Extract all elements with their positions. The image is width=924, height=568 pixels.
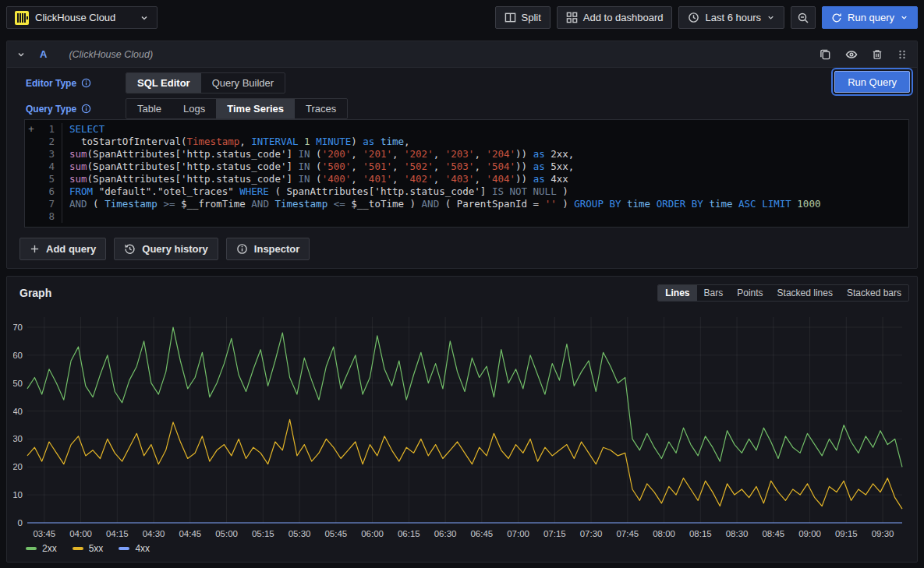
code-line: 2 toStartOfInterval(Timestamp, INTERVAL … — [25, 136, 908, 148]
code-line: 7AND ( Timestamp >= $__fromTime AND Time… — [25, 198, 908, 210]
svg-text:04:30: 04:30 — [143, 529, 165, 538]
info-icon[interactable] — [81, 104, 91, 114]
line-number: 8 — [37, 210, 55, 223]
svg-text:05:30: 05:30 — [289, 529, 311, 538]
code-line: +1SELECT — [25, 123, 908, 136]
svg-text:07:00: 07:00 — [507, 529, 529, 538]
top-bar-actions: Split Add to dashboard Last 6 hours Run … — [495, 6, 918, 29]
legend-swatch — [73, 547, 83, 550]
run-query-top-button[interactable]: Run query — [822, 6, 918, 29]
code-line: 6FROM "default"."otel_traces" WHERE ( Sp… — [25, 185, 908, 198]
svg-text:50: 50 — [13, 379, 23, 388]
line-number: 2 — [37, 136, 55, 148]
chevron-down-icon — [140, 13, 149, 23]
svg-text:05:15: 05:15 — [252, 529, 274, 538]
legend-swatch — [119, 547, 129, 550]
query-row-header[interactable]: A (ClickHouse Cloud) — [7, 41, 917, 68]
editor-type-label-wrap: Editor Type — [26, 78, 126, 89]
chevron-down-icon — [766, 13, 775, 22]
query-type-option-logs[interactable]: Logs — [172, 99, 216, 118]
datasource-picker[interactable]: ClickHouse Cloud — [6, 6, 158, 29]
collapse-chevron-icon[interactable] — [16, 50, 26, 59]
query-type-toggle: TableLogsTime SeriesTraces — [126, 98, 348, 119]
legend-swatch — [26, 547, 37, 550]
editor-type-toggle: SQL EditorQuery Builder — [126, 72, 285, 93]
code-line: 5sum(SpanAttributes['http.status_code'] … — [25, 173, 908, 185]
svg-text:04:00: 04:00 — [69, 529, 92, 538]
drag-handle-icon[interactable] — [897, 49, 908, 60]
graph-panel: Graph LinesBarsPointsStacked linesStacke… — [6, 276, 918, 563]
graph-style-option-lines[interactable]: Lines — [658, 285, 696, 301]
query-type-option-table[interactable]: Table — [126, 99, 172, 118]
toggle-visibility-eye-icon[interactable] — [845, 48, 858, 61]
svg-text:05:45: 05:45 — [324, 529, 347, 538]
graph-style-option-stacked-lines[interactable]: Stacked lines — [770, 285, 840, 301]
svg-text:06:30: 06:30 — [434, 529, 457, 538]
legend-item-5xx[interactable]: 5xx — [73, 543, 104, 554]
split-button[interactable]: Split — [495, 6, 551, 29]
clock-icon — [688, 12, 699, 23]
line-number: 5 — [37, 173, 55, 185]
query-row-actions — [820, 48, 908, 61]
editor-type-option-sql-editor[interactable]: SQL Editor — [126, 73, 201, 93]
chart-legend: 2xx5xx4xx — [26, 543, 150, 554]
query-type-row: Query Type TableLogsTime SeriesTraces — [26, 98, 348, 119]
query-footer-actions: Add query Query history Inspector — [19, 238, 310, 260]
legend-label: 5xx — [89, 543, 104, 554]
zoom-out-icon — [797, 12, 809, 24]
svg-text:03:45: 03:45 — [33, 529, 55, 538]
query-ref-id: A — [40, 48, 47, 60]
svg-text:09:30: 09:30 — [872, 529, 894, 538]
inspector-button[interactable]: Inspector — [226, 238, 310, 260]
grafana-explore-page: ClickHouse Cloud Split Add to dashboard … — [0, 0, 924, 568]
svg-text:07:15: 07:15 — [543, 529, 566, 538]
add-to-dashboard-button[interactable]: Add to dashboard — [557, 6, 673, 29]
svg-text:07:30: 07:30 — [580, 529, 603, 538]
zoom-out-button[interactable] — [791, 6, 816, 29]
query-editor-panel: A (ClickHouse Cloud) Editor Type SQL Edi… — [6, 41, 918, 269]
query-history-button[interactable]: Query history — [114, 238, 218, 260]
svg-text:0: 0 — [18, 518, 23, 527]
code-line: 3sum(SpanAttributes['http.status_code'] … — [25, 148, 908, 161]
graph-style-option-points[interactable]: Points — [730, 285, 770, 301]
svg-text:06:15: 06:15 — [398, 529, 420, 538]
info-icon[interactable] — [81, 78, 91, 88]
query-type-option-traces[interactable]: Traces — [295, 99, 347, 118]
editor-type-option-query-builder[interactable]: Query Builder — [201, 73, 285, 93]
run-query-panel-button[interactable]: Run Query — [834, 71, 910, 93]
svg-text:09:15: 09:15 — [835, 529, 858, 538]
query-type-label-wrap: Query Type — [26, 104, 126, 115]
delete-query-trash-icon[interactable] — [872, 48, 883, 60]
plus-icon — [30, 244, 40, 254]
refresh-icon — [831, 12, 842, 23]
time-range-picker[interactable]: Last 6 hours — [678, 6, 784, 29]
svg-text:04:45: 04:45 — [179, 529, 201, 538]
legend-item-2xx[interactable]: 2xx — [26, 543, 57, 554]
query-type-option-time-series[interactable]: Time Series — [216, 99, 295, 118]
svg-text:07:45: 07:45 — [616, 529, 639, 538]
add-line-icon[interactable]: + — [25, 123, 37, 136]
code-line: 8 — [25, 210, 908, 223]
graph-panel-title: Graph — [19, 287, 51, 299]
inspector-info-icon — [236, 243, 248, 255]
sql-editor[interactable]: +1SELECT2 toStartOfInterval(Timestamp, I… — [24, 119, 909, 228]
svg-text:08:00: 08:00 — [653, 529, 675, 538]
history-icon — [124, 243, 136, 255]
line-number: 3 — [37, 148, 55, 161]
legend-item-4xx[interactable]: 4xx — [119, 543, 150, 554]
add-query-button[interactable]: Add query — [19, 238, 106, 260]
code-line: 4sum(SpanAttributes['http.status_code'] … — [25, 161, 908, 173]
svg-text:30: 30 — [13, 434, 23, 443]
query-type-label: Query Type — [26, 104, 76, 115]
graph-style-option-bars[interactable]: Bars — [697, 285, 731, 301]
legend-label: 2xx — [42, 543, 57, 554]
datasource-name: ClickHouse Cloud — [35, 12, 133, 23]
graph-style-option-stacked-bars[interactable]: Stacked bars — [840, 285, 908, 301]
timeseries-chart[interactable]: 03:4504:0004:1504:3004:4505:0005:1505:30… — [13, 311, 906, 542]
svg-text:08:15: 08:15 — [689, 529, 712, 538]
svg-text:08:45: 08:45 — [762, 529, 784, 538]
duplicate-query-icon[interactable] — [820, 48, 831, 60]
line-number: 4 — [37, 161, 55, 173]
svg-text:60: 60 — [13, 351, 23, 360]
query-datasource-hint: (ClickHouse Cloud) — [69, 49, 153, 60]
